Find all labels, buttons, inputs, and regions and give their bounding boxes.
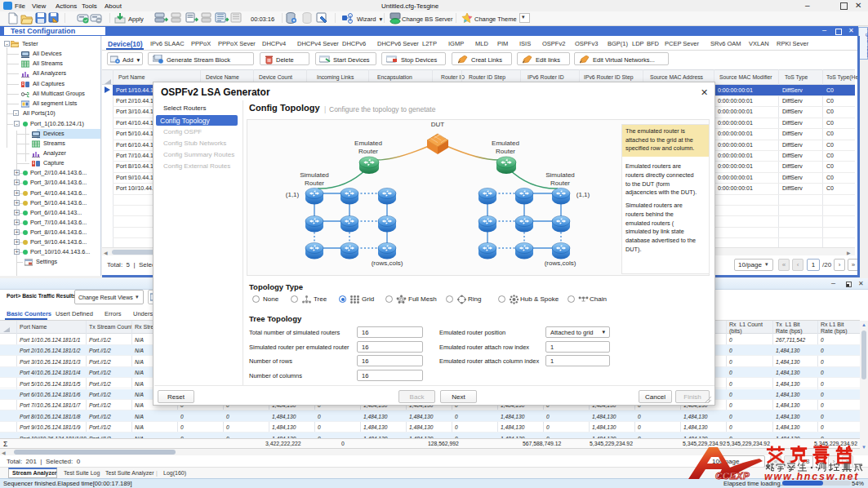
svg-text:Emulated: Emulated [492,140,519,147]
svg-text:CCEXP: CCEXP [715,471,750,481]
svg-text:Router: Router [550,180,570,187]
svg-text:Emulated: Emulated [354,140,382,147]
svg-text:(rows,cols): (rows,cols) [545,260,576,267]
svg-text:Router: Router [358,148,378,155]
svg-text:Simulated: Simulated [300,171,329,179]
svg-text:Router: Router [496,148,515,155]
svg-text:Simulated: Simulated [545,171,575,179]
svg-text:(1,1): (1,1) [286,191,300,198]
svg-text:Router: Router [305,180,324,187]
svg-text:(rows,cols): (rows,cols) [372,260,403,267]
svg-text:DUT: DUT [431,121,445,128]
svg-text:(1,1): (1,1) [576,191,590,198]
